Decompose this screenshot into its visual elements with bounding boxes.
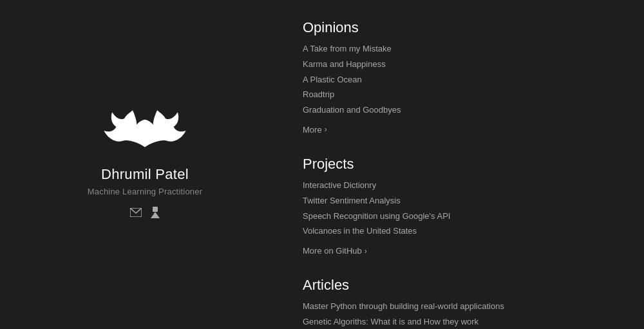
list-item: Volcanoes in the United States [303,225,618,238]
list-item-link[interactable]: Roadtrip [303,89,334,99]
batman-logo [103,108,187,153]
list-item: A Take from my Mistake [303,42,618,56]
profile-icons [130,207,160,221]
list-item: Master Python through building real-worl… [303,300,618,314]
left-panel: Dhrumil Patel Machine Learning Practitio… [0,0,290,329]
list-item: Roadtrip [303,88,618,102]
list-item-link[interactable]: Twitter Sentiment Analysis [303,196,401,205]
list-item: A Plastic Ocean [303,73,618,87]
profile-name: Dhrumil Patel [101,166,189,183]
list-item: Twitter Sentiment Analysis [303,194,618,208]
email-icon[interactable] [130,208,142,220]
list-item-link[interactable]: A Plastic Ocean [303,75,362,84]
list-item: Speech Recognition using Google's API [303,210,618,223]
svg-rect-1 [153,207,158,212]
more-link-opinions[interactable]: More› [303,125,327,135]
section-opinions: OpinionsA Take from my MistakeKarma and … [303,19,618,135]
more-label: More [303,125,322,135]
section-projects: ProjectsInteractive DictionryTwitter Sen… [303,156,618,256]
section-title-articles: Articles [303,277,618,294]
badge-icon[interactable] [151,207,160,221]
section-links-projects: Interactive DictionryTwitter Sentiment A… [303,179,618,238]
list-item: Genetic Algoriths: What it is and How th… [303,315,618,329]
list-item-link[interactable]: A Take from my Mistake [303,44,392,53]
more-link-projects[interactable]: More on GitHub› [303,246,367,256]
list-item-link[interactable]: Volcanoes in the United States [303,226,417,236]
profile-title: Machine Learning Practitioner [88,187,203,196]
more-arrow: › [365,247,367,256]
more-arrow: › [325,125,327,134]
list-item: Interactive Dictionry [303,179,618,193]
svg-marker-2 [151,212,160,218]
right-panel: OpinionsA Take from my MistakeKarma and … [290,0,644,329]
section-title-projects: Projects [303,156,618,173]
list-item-link[interactable]: Master Python through building real-worl… [303,301,504,311]
section-articles: ArticlesMaster Python through building r… [303,277,618,329]
list-item-link[interactable]: Karma and Happiness [303,59,386,69]
list-item-link[interactable]: Interactive Dictionry [303,180,376,190]
section-links-articles: Master Python through building real-worl… [303,300,618,329]
list-item-link[interactable]: Genetic Algoriths: What it is and How th… [303,317,478,326]
section-title-opinions: Opinions [303,19,618,36]
section-links-opinions: A Take from my MistakeKarma and Happines… [303,42,618,117]
list-item-link[interactable]: Speech Recognition using Google's API [303,211,450,221]
list-item-link[interactable]: Graduation and Goodbyes [303,105,401,115]
list-item: Graduation and Goodbyes [303,104,618,117]
list-item: Karma and Happiness [303,58,618,71]
more-label: More on GitHub [303,246,362,256]
